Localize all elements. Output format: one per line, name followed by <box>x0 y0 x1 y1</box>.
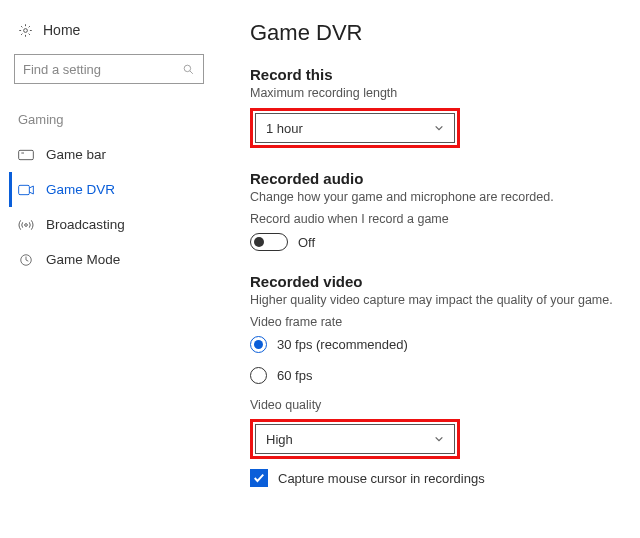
max-length-label: Maximum recording length <box>250 86 616 100</box>
page-title: Game DVR <box>250 20 616 46</box>
svg-point-1 <box>184 65 191 72</box>
recorded-audio-sub: Change how your game and microphone are … <box>250 190 616 204</box>
capture-cursor-row[interactable]: Capture mouse cursor in recordings <box>250 469 616 487</box>
svg-point-6 <box>25 223 28 226</box>
category-label: Gaming <box>12 106 210 137</box>
sidebar-item-label: Game DVR <box>46 182 115 197</box>
sidebar-item-game-dvr[interactable]: Game DVR <box>9 172 210 207</box>
radio-icon <box>250 367 267 384</box>
search-field[interactable] <box>23 62 173 77</box>
gamemode-icon <box>18 253 34 267</box>
max-length-dropdown[interactable]: 1 hour <box>255 113 455 143</box>
svg-point-0 <box>24 28 28 32</box>
svg-rect-5 <box>19 185 30 194</box>
sidebar-item-game-bar[interactable]: Game bar <box>9 137 210 172</box>
search-input[interactable] <box>14 54 204 84</box>
highlight-video-quality: High <box>250 419 460 459</box>
video-quality-dropdown[interactable]: High <box>255 424 455 454</box>
record-audio-label: Record audio when I record a game <box>250 212 616 226</box>
frame-rate-label: Video frame rate <box>250 315 616 329</box>
section-recorded-audio: Recorded audio Change how your game and … <box>250 170 616 251</box>
broadcast-icon <box>18 218 34 232</box>
sidebar-item-broadcasting[interactable]: Broadcasting <box>9 207 210 242</box>
sidebar: Home Gaming Game bar Game DVR Broadcasti… <box>0 0 222 538</box>
section-recorded-video: Recorded video Higher quality video capt… <box>250 273 616 487</box>
radio-30fps-label: 30 fps (recommended) <box>277 337 408 352</box>
highlight-max-length: 1 hour <box>250 108 460 148</box>
toggle-state-label: Off <box>298 235 315 250</box>
section-record-this: Record this Maximum recording length 1 h… <box>250 66 616 148</box>
svg-line-2 <box>190 70 193 73</box>
radio-60fps[interactable]: 60 fps <box>250 367 616 384</box>
video-quality-value: High <box>266 432 293 447</box>
home-label: Home <box>43 22 80 38</box>
radio-30fps[interactable]: 30 fps (recommended) <box>250 336 616 353</box>
chevron-down-icon <box>434 434 444 444</box>
sidebar-item-label: Game Mode <box>46 252 120 267</box>
recorded-video-heading: Recorded video <box>250 273 616 290</box>
sidebar-item-game-mode[interactable]: Game Mode <box>9 242 210 277</box>
radio-60fps-label: 60 fps <box>277 368 312 383</box>
radio-icon <box>250 336 267 353</box>
home-link[interactable]: Home <box>12 18 210 50</box>
video-quality-label: Video quality <box>250 398 616 412</box>
search-icon <box>182 63 195 76</box>
check-icon <box>253 472 265 484</box>
chevron-down-icon <box>434 123 444 133</box>
gear-icon <box>18 23 33 38</box>
recorded-video-sub: Higher quality video capture may impact … <box>250 293 616 307</box>
capture-cursor-label: Capture mouse cursor in recordings <box>278 471 485 486</box>
record-audio-toggle[interactable] <box>250 233 288 251</box>
sidebar-item-label: Game bar <box>46 147 106 162</box>
gamebar-icon <box>18 148 34 162</box>
max-length-value: 1 hour <box>266 121 303 136</box>
main-content: Game DVR Record this Maximum recording l… <box>222 0 640 538</box>
capture-cursor-checkbox[interactable] <box>250 469 268 487</box>
dvr-icon <box>18 183 34 197</box>
svg-rect-3 <box>19 150 34 159</box>
toggle-knob <box>254 237 264 247</box>
record-this-heading: Record this <box>250 66 616 83</box>
recorded-audio-heading: Recorded audio <box>250 170 616 187</box>
sidebar-item-label: Broadcasting <box>46 217 125 232</box>
